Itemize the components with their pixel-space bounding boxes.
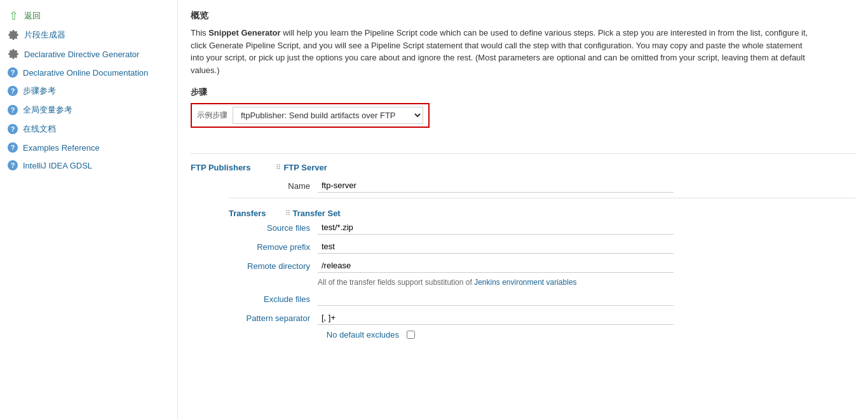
source-files-input[interactable] xyxy=(318,221,674,235)
sidebar: ⇧ 返回 片段生成器 Declarative Directive Generat… xyxy=(0,0,178,419)
name-row: Name xyxy=(191,179,855,193)
sidebar-item-label-6: 在线文档 xyxy=(23,123,56,135)
overview-text-prefix: This xyxy=(191,28,208,38)
help-text-content: All of the transfer fields support subst… xyxy=(318,278,474,287)
overview-text-suffix: will help you learn the Pipeline Script … xyxy=(191,28,808,75)
back-label: 返回 xyxy=(24,10,41,22)
overview-bold: Snippet Generator xyxy=(208,28,280,38)
overview-title: 概览 xyxy=(191,10,855,22)
sidebar-item-snippet-generator[interactable]: 片段生成器 xyxy=(0,25,177,45)
step-dropdown[interactable]: ftpPublisher: Send build artifacts over … xyxy=(233,107,423,124)
help-text-row: All of the transfer fields support subst… xyxy=(191,278,855,287)
question-icon-4: ? xyxy=(8,124,18,134)
no-default-excludes-label: No default excludes xyxy=(318,330,407,340)
overview-text: This Snippet Generator will help you lea… xyxy=(191,27,813,76)
exclude-files-input[interactable] xyxy=(318,292,674,306)
sidebar-item-examples-reference[interactable]: ? Examples Reference xyxy=(0,139,177,156)
question-icon-6: ? xyxy=(8,160,18,170)
question-icon-5: ? xyxy=(8,142,18,153)
transfers-label: Transfers xyxy=(229,209,266,218)
sidebar-item-label-4: 步骤参考 xyxy=(23,85,56,97)
pattern-separator-input[interactable] xyxy=(318,311,674,325)
remote-directory-input[interactable] xyxy=(318,259,674,273)
remove-prefix-row: Remove prefix xyxy=(191,240,855,254)
gear-icon xyxy=(8,29,19,41)
sidebar-item-label-3: Declarative Online Documentation xyxy=(23,68,148,78)
name-label: Name xyxy=(229,181,318,191)
remote-directory-row: Remote directory xyxy=(191,259,855,273)
transfer-set-label: Transfer Set xyxy=(293,209,341,218)
sidebar-item-intellij-gdsl[interactable]: ? IntelliJ IDEA GDSL xyxy=(0,156,177,174)
source-files-label: Source files xyxy=(229,223,318,233)
sidebar-item-label-2: Declarative Directive Generator xyxy=(24,50,139,59)
ftp-server-label: FTP Server xyxy=(283,163,327,172)
divider-1 xyxy=(191,153,855,154)
sidebar-item-declarative-online-doc[interactable]: ? Declarative Online Documentation xyxy=(0,64,177,81)
sidebar-item-label-7: Examples Reference xyxy=(23,143,100,153)
sidebar-item-back[interactable]: ⇧ 返回 xyxy=(0,6,177,25)
drag-handle-1: ⠿ xyxy=(276,163,281,172)
question-icon-3: ? xyxy=(8,105,18,115)
sidebar-item-label-5: 全局变量参考 xyxy=(23,104,72,116)
gear-icon-2 xyxy=(8,48,19,60)
no-default-excludes-checkbox[interactable] xyxy=(407,331,415,339)
exclude-files-row: Exclude files xyxy=(191,292,855,306)
main-content: 概览 This Snippet Generator will help you … xyxy=(178,0,868,419)
name-input[interactable] xyxy=(318,179,674,193)
exclude-files-label: Exclude files xyxy=(229,294,318,304)
ftp-publishers-label: FTP Publishers xyxy=(191,163,250,172)
question-icon-2: ? xyxy=(8,86,18,96)
step-selector-box: 示例步骤 ftpPublisher: Send build artifacts … xyxy=(191,103,430,128)
no-default-excludes-row: No default excludes xyxy=(191,330,855,340)
sidebar-item-step-reference[interactable]: ? 步骤参考 xyxy=(0,81,177,100)
jenkins-env-vars-link[interactable]: Jenkins environment variables xyxy=(474,278,576,287)
remote-directory-label: Remote directory xyxy=(229,261,318,271)
steps-section-label: 步骤 xyxy=(191,86,855,98)
sidebar-item-label-8: IntelliJ IDEA GDSL xyxy=(23,161,92,170)
sidebar-item-label: 片段生成器 xyxy=(24,29,65,41)
remove-prefix-label: Remove prefix xyxy=(229,242,318,252)
source-files-row: Source files xyxy=(191,221,855,235)
sidebar-item-declarative-directive[interactable]: Declarative Directive Generator xyxy=(0,45,177,64)
question-icon-1: ? xyxy=(8,67,18,78)
divider-2 xyxy=(229,198,855,198)
ftp-publishers-header: FTP Publishers ⠿ FTP Server xyxy=(191,159,855,176)
sidebar-item-online-docs[interactable]: ? 在线文档 xyxy=(0,120,177,139)
back-arrow-icon: ⇧ xyxy=(8,10,19,22)
example-step-label: 示例步骤 xyxy=(197,110,227,121)
sidebar-item-global-variable-reference[interactable]: ? 全局变量参考 xyxy=(0,100,177,120)
drag-handle-2: ⠿ xyxy=(285,209,290,217)
pattern-separator-label: Pattern separator xyxy=(229,313,318,323)
remove-prefix-input[interactable] xyxy=(318,240,674,254)
pattern-separator-row: Pattern separator xyxy=(191,311,855,325)
